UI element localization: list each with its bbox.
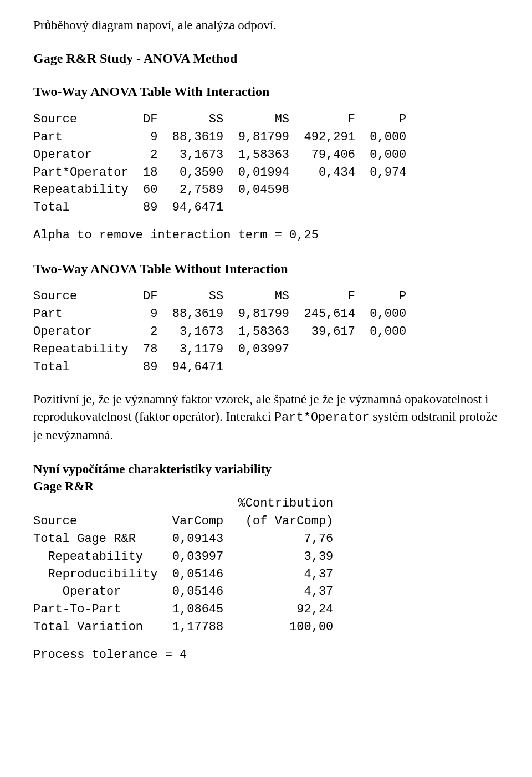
tolerance-line: Process tolerance = 4 [33,646,499,664]
table3: %Contribution Source VarComp (of VarComp… [33,495,499,636]
study-title: Gage R&R Study - ANOVA Method [33,49,499,67]
gage-label: Gage R&R [33,478,499,495]
table2: Source DF SS MS F P Part 9 88,3619 9,817… [33,288,499,376]
analysis-paragraph: Pozitivní je, že je významný faktor vzor… [33,391,499,444]
table2-title: Two-Way ANOVA Table Without Interaction [33,260,499,278]
table1-title: Two-Way ANOVA Table With Interaction [33,83,499,100]
analysis-code: Part*Operator [274,411,370,425]
alpha-line: Alpha to remove interaction term = 0,25 [33,227,499,244]
table1: Source DF SS MS F P Part 9 88,3619 9,817… [33,111,499,217]
characteristics-title: Nyní vypočítáme charakteristiky variabil… [33,461,499,478]
intro-line: Průběhový diagram napoví, ale analýza od… [33,17,499,34]
